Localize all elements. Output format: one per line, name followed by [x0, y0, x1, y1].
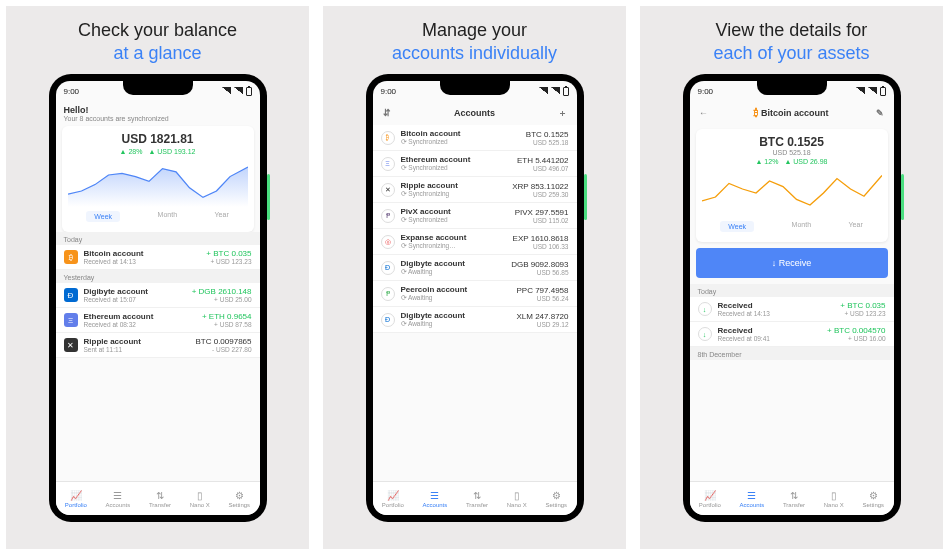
filter-icon[interactable]: ⇵	[381, 107, 393, 119]
sync-status: Your 8 accounts are synchronized	[64, 115, 252, 122]
battery-icon	[563, 87, 569, 96]
coin-icon: Ᵽ	[381, 287, 395, 301]
nav-transfer[interactable]: ⇅Transfer	[466, 490, 488, 508]
nav-accounts[interactable]: ☰Accounts	[423, 490, 448, 508]
tab-month[interactable]: Month	[158, 211, 177, 222]
tx-sub: Received at 14:13	[718, 310, 841, 317]
balance-chart	[68, 159, 248, 207]
account-fiat: USD 106.33	[513, 243, 569, 250]
bottom-nav: 📈Portfolio ☰Accounts ⇅Transfer ▯Nano X ⚙…	[373, 481, 577, 515]
asset-tx-list[interactable]: Today ↓ ReceivedReceived at 14:13 + BTC …	[690, 284, 894, 481]
tx-amount: BTC 0.0097865	[195, 337, 251, 346]
appbar-asset: ← ₿ Bitcoin account ✎	[690, 101, 894, 125]
balance-card[interactable]: USD 1821.81 ▲ 28% ▲ USD 193.12 Week Mont…	[62, 126, 254, 232]
power-button	[267, 174, 270, 220]
greeting: Hello!	[64, 105, 252, 115]
account-row[interactable]: ⱣPivX account⟳ SynchronizedPIVX 297.5591…	[373, 203, 577, 229]
nav-portfolio[interactable]: 📈Portfolio	[382, 490, 404, 508]
balance-delta: ▲ 28% ▲ USD 193.12	[68, 148, 248, 155]
transfer-icon: ⇅	[156, 490, 164, 501]
tx-name: Received	[718, 301, 841, 310]
nav-settings[interactable]: ⚙Settings	[862, 490, 884, 508]
account-fiat: USD 29.12	[516, 321, 568, 328]
tx-amount: + ETH 0.9654	[202, 312, 252, 321]
account-row[interactable]: ΞEthereum account⟳ SynchronizedETH 5.441…	[373, 151, 577, 177]
tx-name: Received	[718, 326, 828, 335]
tab-year[interactable]: Year	[849, 221, 863, 232]
ethereum-icon: Ξ	[64, 313, 78, 327]
tab-week[interactable]: Week	[86, 211, 120, 222]
promo-panel-2: Manage your accounts individually 9:00 ⇵…	[323, 6, 626, 549]
account-name: Bitcoin account	[401, 129, 526, 138]
nav-portfolio[interactable]: 📈Portfolio	[65, 490, 87, 508]
tx-sub: Received at 15:07	[84, 296, 192, 303]
account-row[interactable]: ⱣPeercoin account⟳ AwaitingPPC 797.4958U…	[373, 281, 577, 307]
status-time: 9:00	[381, 87, 397, 96]
asset-balance-card[interactable]: BTC 0.1525 USD 525.18 ▲ 12% ▲ USD 26.98 …	[696, 129, 888, 242]
bottom-nav: 📈Portfolio ☰Accounts ⇅Transfer ▯Nano X ⚙…	[56, 481, 260, 515]
nav-settings[interactable]: ⚙Settings	[228, 490, 250, 508]
tx-fiat: + USD 16.00	[827, 335, 885, 342]
phone-frame-1: 9:00 Hello! Your 8 accounts are synchron…	[49, 74, 267, 522]
nav-accounts[interactable]: ☰Accounts	[106, 490, 131, 508]
edit-icon[interactable]: ✎	[874, 107, 886, 119]
layers-icon: ☰	[430, 490, 439, 501]
asset-balance: BTC 0.1525	[702, 135, 882, 149]
nav-portfolio[interactable]: 📈Portfolio	[699, 490, 721, 508]
account-fiat: USD 115.02	[515, 217, 569, 224]
nav-nano[interactable]: ▯Nano X	[190, 490, 210, 508]
nav-settings[interactable]: ⚙Settings	[545, 490, 567, 508]
account-row[interactable]: ✕Ripple account⟳ SynchronizingXRP 853.11…	[373, 177, 577, 203]
coin-icon: ✕	[381, 183, 395, 197]
wifi-icon	[234, 87, 243, 94]
signal-icon	[856, 87, 865, 94]
tx-name: Ethereum account	[84, 312, 202, 321]
group-yesterday: Yesterday	[56, 270, 260, 283]
abs-change: ▲ USD 193.12	[148, 148, 195, 155]
nav-accounts[interactable]: ☰Accounts	[740, 490, 765, 508]
tx-row[interactable]: Ξ Ethereum accountReceived at 08:32 + ET…	[56, 308, 260, 333]
nav-transfer[interactable]: ⇅Transfer	[149, 490, 171, 508]
account-amount: PIVX 297.5591	[515, 208, 569, 217]
tx-fiat: - USD 227.80	[195, 346, 251, 353]
account-name: Peercoin account	[401, 285, 517, 294]
account-name: PivX account	[401, 207, 515, 216]
nav-nano[interactable]: ▯Nano X	[507, 490, 527, 508]
account-row[interactable]: ÐDigibyte account⟳ AwaitingXLM 247.8720U…	[373, 307, 577, 333]
tx-amount: + BTC 0.035	[840, 301, 885, 310]
account-status: ⟳ Synchronized	[401, 216, 515, 224]
status-icons	[856, 87, 886, 96]
tab-month[interactable]: Month	[792, 221, 811, 232]
tx-fiat: + USD 123.23	[840, 310, 885, 317]
group-today: Today	[690, 284, 894, 297]
back-icon[interactable]: ←	[698, 107, 710, 119]
account-row[interactable]: ₿Bitcoin account⟳ SynchronizedBTC 0.1525…	[373, 125, 577, 151]
account-row[interactable]: ◎Expanse account⟳ Synchronizing…EXP 1610…	[373, 229, 577, 255]
account-amount: DGB 9092.8093	[511, 260, 568, 269]
nav-nano[interactable]: ▯Nano X	[824, 490, 844, 508]
account-status: ⟳ Synchronized	[401, 138, 526, 146]
tx-row[interactable]: ₿ Bitcoin accountReceived at 14:13 + BTC…	[56, 245, 260, 270]
power-button	[901, 174, 904, 220]
tx-row[interactable]: ↓ ReceivedReceived at 09:41 + BTC 0.0045…	[690, 322, 894, 347]
pct-change: ▲ 28%	[120, 148, 143, 155]
pct-change: ▲ 12%	[755, 158, 778, 165]
tab-year[interactable]: Year	[215, 211, 229, 222]
receive-button[interactable]: ↓ Receive	[696, 248, 888, 278]
device-icon: ▯	[514, 490, 520, 501]
headline-1: Check your balance	[78, 20, 237, 41]
account-row[interactable]: ÐDigibyte account⟳ AwaitingDGB 9092.8093…	[373, 255, 577, 281]
add-icon[interactable]: ＋	[557, 107, 569, 119]
tx-row[interactable]: ↓ ReceivedReceived at 14:13 + BTC 0.035+…	[690, 297, 894, 322]
tx-list[interactable]: Today ₿ Bitcoin accountReceived at 14:13…	[56, 232, 260, 481]
tx-sub: Received at 09:41	[718, 335, 828, 342]
tab-week[interactable]: Week	[720, 221, 754, 232]
gear-icon: ⚙	[235, 490, 244, 501]
status-time: 9:00	[64, 87, 80, 96]
total-balance: USD 1821.81	[68, 132, 248, 146]
accounts-list[interactable]: ₿Bitcoin account⟳ SynchronizedBTC 0.1525…	[373, 125, 577, 481]
tx-row[interactable]: ✕ Ripple accountSent at 11:11 BTC 0.0097…	[56, 333, 260, 358]
account-amount: ETH 5.441202	[517, 156, 569, 165]
nav-transfer[interactable]: ⇅Transfer	[783, 490, 805, 508]
tx-row[interactable]: Ð Digibyte accountReceived at 15:07 + DG…	[56, 283, 260, 308]
